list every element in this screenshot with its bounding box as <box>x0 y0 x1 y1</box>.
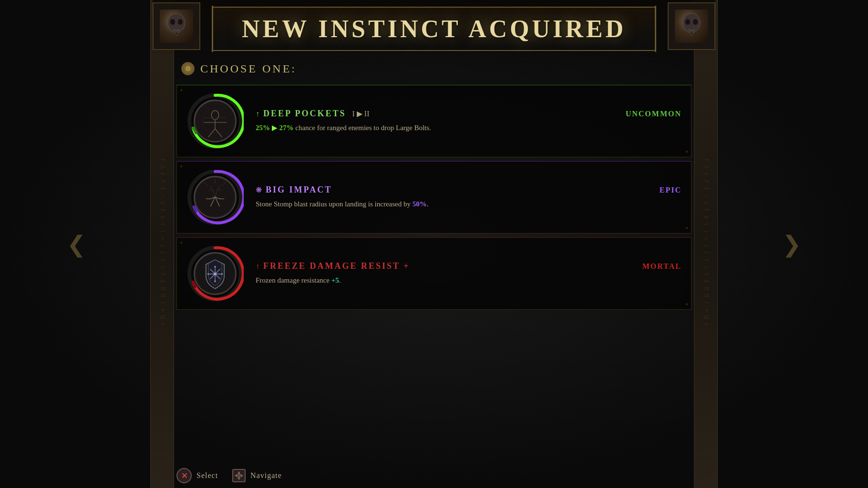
title-frame: NEW INSTINCT ACQUIRED <box>213 7 655 51</box>
portrait-left <box>153 2 200 50</box>
svg-point-10 <box>170 19 175 25</box>
main-content: ⚙ CHOOSE ONE: <box>176 62 692 450</box>
card-big-impact[interactable]: ❋ BIG IMPACT EPIC Stone Stomp blast radi… <box>176 161 692 234</box>
card-freeze-damage[interactable]: ↑ FREEZE DAMAGE RESIST + MORTAL Frozen d… <box>176 237 692 310</box>
right-runes: ᚠᚢᚦᚨᚱᚲᚷᚹᚺᚾᛁᛃᛇᛈᛉᛊᛏᛒᛖᛗᛚᛜᛞᛟ <box>703 158 710 330</box>
svg-marker-42 <box>238 471 240 474</box>
svg-point-14 <box>693 19 698 25</box>
main-title: NEW INSTINCT ACQUIRED <box>242 15 626 43</box>
card-header-big-impact: ❋ BIG IMPACT EPIC <box>256 185 682 195</box>
card-rarity-deep-pockets: UNCOMMON <box>626 110 682 118</box>
svg-point-39 <box>207 273 209 275</box>
choose-text: CHOOSE ONE: <box>200 62 297 75</box>
choose-label: ⚙ CHOOSE ONE: <box>176 62 692 75</box>
card-name-row-freeze-damage: ↑ FREEZE DAMAGE RESIST + <box>256 261 410 271</box>
footer-controls: ✕ Select Navigate <box>176 468 282 483</box>
svg-marker-44 <box>235 474 238 477</box>
coin-freeze-damage <box>186 245 244 302</box>
card-info-big-impact: ❋ BIG IMPACT EPIC Stone Stomp blast radi… <box>256 185 682 210</box>
card-name-row-big-impact: ❋ BIG IMPACT <box>256 185 332 195</box>
card-description-deep-pockets: 25% ▶ 27% chance for ranged enemies to d… <box>256 122 682 133</box>
portrait-right <box>668 2 715 50</box>
card-rarity-big-impact: EPIC <box>660 186 682 194</box>
svg-rect-46 <box>237 474 240 477</box>
svg-point-11 <box>178 19 183 25</box>
card-description-freeze-damage: Frozen damage resistance +5. <box>256 275 682 286</box>
navigate-button[interactable] <box>232 469 246 482</box>
card-icon-freeze-damage: ↑ <box>256 262 259 271</box>
svg-point-38 <box>214 280 216 282</box>
svg-marker-43 <box>238 478 240 480</box>
card-rarity-freeze-damage: MORTAL <box>642 262 682 271</box>
card-name-freeze-damage: FREEZE DAMAGE RESIST + <box>263 261 410 271</box>
card-icon-big-impact: ❋ <box>256 185 262 194</box>
svg-point-37 <box>214 266 216 268</box>
svg-point-13 <box>685 19 690 25</box>
card-header-freeze-damage: ↑ FREEZE DAMAGE RESIST + MORTAL <box>256 261 682 271</box>
svg-point-40 <box>221 273 223 275</box>
svg-point-41 <box>214 273 217 275</box>
portrait-face-left <box>160 10 193 43</box>
left-column: ᚠᚢᚦᚨᚱᚲᚷᚹᚺᚾᛁᛃᛇᛈᛉᛊᛏᛒᛖᛗᛚᛜᛞᛟ <box>150 0 174 488</box>
card-description-big-impact: Stone Stomp blast radius upon landing is… <box>256 199 682 210</box>
nav-arrow-left[interactable]: ❮ <box>67 231 86 257</box>
select-button[interactable]: ✕ <box>176 468 192 483</box>
card-name-big-impact: BIG IMPACT <box>266 185 332 195</box>
navigate-label: Navigate <box>250 471 282 480</box>
card-info-deep-pockets: ↑ DEEP POCKETS I ▶ II UNCOMMON 25% ▶ 27%… <box>256 109 682 133</box>
title-container: NEW INSTINCT ACQUIRED <box>153 7 715 51</box>
card-deep-pockets[interactable]: ↑ DEEP POCKETS I ▶ II UNCOMMON 25% ▶ 27%… <box>176 85 692 157</box>
nav-arrow-right[interactable]: ❯ <box>782 231 801 257</box>
card-header-deep-pockets: ↑ DEEP POCKETS I ▶ II UNCOMMON <box>256 109 682 119</box>
coin-deep-pockets <box>186 92 244 150</box>
card-name-deep-pockets: DEEP POCKETS <box>263 109 346 119</box>
card-name-row-deep-pockets: ↑ DEEP POCKETS I ▶ II <box>256 109 370 119</box>
svg-marker-45 <box>241 474 244 477</box>
control-navigate: Navigate <box>232 469 282 482</box>
control-select: ✕ Select <box>176 468 218 483</box>
select-label: Select <box>196 471 218 480</box>
header: NEW INSTINCT ACQUIRED <box>153 0 715 57</box>
coin-big-impact <box>186 169 244 226</box>
portrait-face-right <box>675 10 708 43</box>
choose-icon: ⚙ <box>181 62 195 75</box>
card-level-deep-pockets: I ▶ II <box>352 109 370 118</box>
card-info-freeze-damage: ↑ FREEZE DAMAGE RESIST + MORTAL Frozen d… <box>256 261 682 286</box>
right-column: ᚠᚢᚦᚨᚱᚲᚷᚹᚺᚾᛁᛃᛇᛈᛉᛊᛏᛒᛖᛗᛚᛜᛞᛟ <box>694 0 718 488</box>
card-icon-deep-pockets: ↑ <box>256 110 259 118</box>
left-runes: ᚠᚢᚦᚨᚱᚲᚷᚹᚺᚾᛁᛃᛇᛈᛉᛊᛏᛒᛖᛗᛚᛜᛞᛟ <box>159 158 166 330</box>
